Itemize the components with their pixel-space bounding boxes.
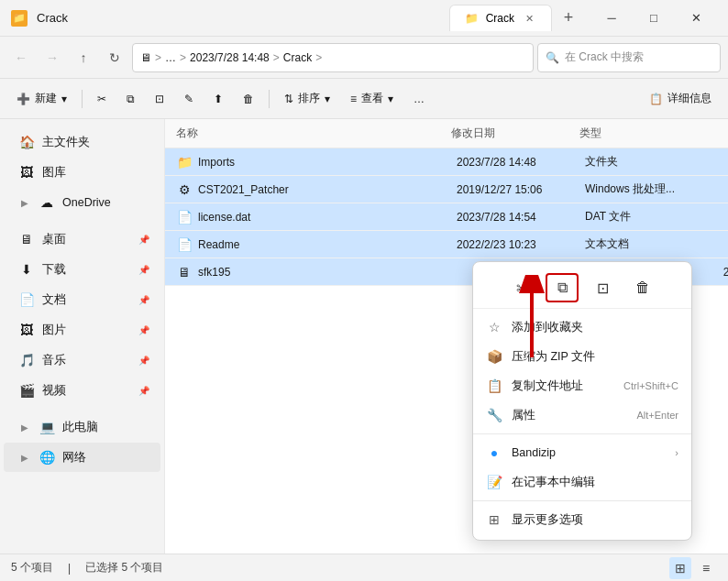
tab-add-button[interactable]: + (556, 5, 581, 31)
tab-crack[interactable]: 📁 Crack ✕ (449, 5, 552, 31)
cm-bandizip-item[interactable]: ● Bandizip › (473, 438, 691, 467)
sidebar-item-onedrive[interactable]: ▶ ☁ OneDrive (4, 188, 160, 217)
gallery-icon: 🖼 (18, 164, 35, 181)
header-size[interactable]: 大小 (689, 126, 728, 141)
search-box[interactable]: 🔍 在 Crack 中搜索 (537, 43, 721, 72)
table-row[interactable]: 📄 license.dat 2023/7/28 14:54 DAT 文件 84 … (165, 203, 728, 231)
file-type: 文件夹 (585, 154, 695, 170)
app-icon: 📁 (11, 10, 28, 27)
sidebar-item-downloads[interactable]: ⬇ 下载 📌 (4, 255, 160, 284)
header-type[interactable]: 类型 (579, 126, 689, 141)
file-type: DAT 文件 (585, 209, 695, 225)
titlebar-title: Crack (37, 11, 440, 25)
copy-button[interactable]: ⧉ (117, 84, 144, 114)
share-button[interactable]: ⬆ (204, 84, 232, 114)
file-list-header: 名称 修改日期 类型 大小 (165, 119, 728, 148)
more-button[interactable]: … (404, 84, 434, 114)
tab-close-button[interactable]: ✕ (522, 11, 536, 26)
view-button[interactable]: ≡ 查看 ▾ (341, 84, 403, 114)
paste-icon: ⊡ (155, 93, 164, 105)
sidebar: 🏠 主文件夹 🖼 图库 ▶ ☁ OneDrive 🖥 桌面 📌 ⬇ 下载 📌 📄… (0, 119, 165, 554)
sidebar-item-documents[interactable]: 📄 文档 📌 (4, 285, 160, 314)
cm-properties-item[interactable]: 🔧 属性 Alt+Enter (473, 400, 691, 430)
toolbar-separator-1 (82, 90, 83, 108)
breadcrumb-crack[interactable]: Crack (283, 51, 312, 64)
cm-zip-label: 压缩为 ZIP 文件 (512, 349, 678, 365)
cm-copy-icon: ⧉ (557, 280, 568, 296)
sidebar-item-network[interactable]: ▶ 🌐 网络 (4, 443, 160, 472)
table-row[interactable]: 📄 Readme 2022/2/23 10:23 文本文档 2 KB (165, 231, 728, 258)
cm-copypath-item[interactable]: 📋 复制文件地址 Ctrl+Shift+C (473, 371, 691, 400)
new-button[interactable]: ➕ 新建 ▾ (7, 84, 76, 114)
cm-cut-button[interactable]: ✂ (505, 273, 538, 302)
details-button[interactable]: 📋 详细信息 (640, 84, 721, 114)
paste-button[interactable]: ⊡ (146, 84, 173, 114)
file-name: Readme (198, 238, 457, 251)
readme-icon: 📄 (176, 236, 193, 253)
breadcrumb-ellipsis: … (165, 51, 176, 64)
cut-button[interactable]: ✂ (88, 84, 116, 114)
more-icon: … (414, 93, 425, 105)
cm-delete-button[interactable]: 🗑 (626, 273, 659, 302)
close-button[interactable]: ✕ (675, 4, 717, 33)
sidebar-item-gallery[interactable]: 🖼 图库 (4, 158, 160, 187)
cm-copy-button[interactable]: ⧉ (546, 273, 579, 302)
file-date: 2019/12/27 15:06 (457, 183, 585, 196)
table-row[interactable]: ⚙ CST2021_Patcher 2019/12/27 15:06 Windo… (165, 176, 728, 203)
file-date: 2023/7/28 14:54 (457, 211, 585, 224)
cm-notepad-label: 在记事本中编辑 (512, 475, 678, 490)
onedrive-icon: ☁ (39, 194, 55, 211)
detail-view-button[interactable]: ≡ (695, 557, 717, 579)
cm-more-item[interactable]: ⊞ 显示更多选项 (473, 505, 691, 534)
back-button[interactable]: ← (7, 44, 35, 71)
list-view-button[interactable]: ⊞ (669, 557, 691, 579)
delete-button[interactable]: 🗑 (234, 84, 263, 114)
file-type: Windows 批处理... (585, 181, 695, 197)
rename-button[interactable]: ✎ (175, 84, 203, 114)
cm-properties-label: 属性 (512, 408, 627, 423)
folder-icon: 📁 (176, 154, 193, 170)
pc-icon: 💻 (39, 419, 55, 435)
music-icon: 🎵 (18, 352, 35, 368)
toolbar: ➕ 新建 ▾ ✂ ⧉ ⊡ ✎ ⬆ 🗑 ⇅ 排序 ▾ ≡ 查看 ▾ … 📋 详细信… (0, 79, 728, 119)
maximize-button[interactable]: □ (633, 4, 675, 33)
cm-notepad-icon: 📝 (486, 474, 502, 490)
header-name[interactable]: 名称 (176, 126, 451, 141)
sidebar-item-pc[interactable]: ▶ 💻 此电脑 (4, 412, 160, 442)
table-row[interactable]: 📁 Imports 2023/7/28 14:48 文件夹 (165, 148, 728, 176)
sort-button[interactable]: ⇅ 排序 ▾ (275, 84, 339, 114)
cm-clipboard-button[interactable]: ⊡ (586, 273, 619, 302)
tab-icon: 📁 (465, 12, 479, 25)
cm-zip-item[interactable]: 📦 压缩为 ZIP 文件 (473, 342, 691, 371)
sidebar-item-desktop[interactable]: 🖥 桌面 📌 (4, 225, 160, 254)
sidebar-item-home[interactable]: 🏠 主文件夹 (4, 127, 160, 157)
up-button[interactable]: ↑ (70, 44, 97, 71)
header-date[interactable]: 修改日期 (451, 126, 579, 141)
breadcrumb-cst[interactable]: 2023/7/28 14:48 (190, 51, 270, 64)
breadcrumb-icon: 🖥 (140, 51, 151, 64)
desktop-icon: 🖥 (18, 231, 35, 247)
sidebar-item-music[interactable]: 🎵 音乐 📌 (4, 345, 160, 375)
sidebar-item-videos[interactable]: 🎬 视频 📌 (4, 376, 160, 405)
new-icon: ➕ (17, 93, 30, 105)
cm-clipboard-icon: ⊡ (597, 280, 609, 297)
forward-button[interactable]: → (39, 44, 66, 71)
breadcrumb[interactable]: 🖥 > … > 2023/7/28 14:48 > Crack > (132, 43, 534, 72)
file-size: 84 KB (695, 211, 728, 224)
cm-properties-icon: 🔧 (486, 407, 502, 423)
file-type: 文本文档 (585, 236, 695, 252)
copy-icon: ⧉ (127, 93, 135, 105)
cm-separator-2 (473, 500, 691, 501)
cm-more-icon: ⊞ (486, 511, 502, 528)
cm-zip-icon: 📦 (486, 348, 502, 365)
pictures-icon: 🖼 (18, 322, 35, 338)
cm-favorites-item[interactable]: ☆ 添加到收藏夹 (473, 312, 691, 342)
refresh-button[interactable]: ↻ (101, 44, 128, 71)
cm-properties-shortcut: Alt+Enter (636, 410, 678, 421)
cm-notepad-item[interactable]: 📝 在记事本中编辑 (473, 467, 691, 497)
file-list: 名称 修改日期 类型 大小 📁 Imports 2023/7/28 14:48 … (165, 119, 728, 554)
status-bar: 5 个项目 | 已选择 5 个项目 ⊞ ≡ (0, 554, 728, 581)
minimize-button[interactable]: ─ (590, 4, 633, 33)
sidebar-item-pictures[interactable]: 🖼 图片 📌 (4, 315, 160, 345)
cm-delete-icon: 🗑 (635, 280, 650, 296)
